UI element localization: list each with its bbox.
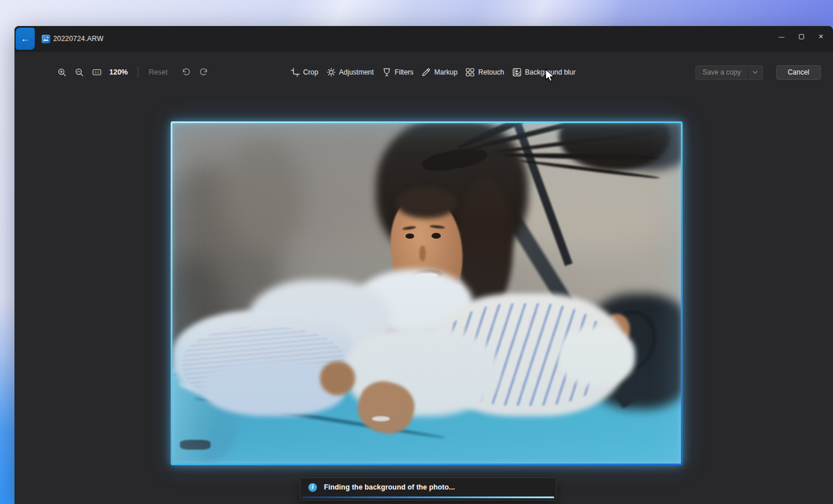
adjustment-icon	[326, 68, 336, 77]
photos-app-icon	[42, 35, 50, 43]
tool-label: Background blur	[525, 68, 576, 76]
close-button[interactable]: ✕	[811, 26, 831, 47]
tool-adjustment[interactable]: Adjustment	[323, 64, 377, 81]
back-arrow-icon: ←	[21, 34, 30, 43]
tool-filters[interactable]: Filters	[378, 64, 417, 81]
progress-bar	[302, 496, 554, 498]
save-a-copy-button[interactable]: Save a copy	[695, 65, 748, 80]
edit-tools: Crop Adjustment Filters Markup Retouch B…	[287, 60, 579, 85]
undo-icon	[182, 68, 191, 77]
save-options-dropdown[interactable]	[748, 65, 763, 80]
retouch-icon	[466, 68, 475, 77]
photos-editor-window: ← 20220724.ARW — ✕ 1:1 120%	[14, 26, 833, 504]
fingernails	[372, 416, 390, 421]
zoom-out-icon	[75, 68, 84, 77]
editor-toolbar: 1:1 120% Reset Crop Adjustment	[14, 60, 833, 85]
fit-to-window-button[interactable]: 1:1	[89, 64, 105, 81]
tool-background-blur[interactable]: Background blur	[509, 64, 579, 81]
tool-label: Crop	[303, 68, 318, 76]
tool-label: Adjustment	[339, 68, 374, 76]
car-badge	[180, 440, 211, 450]
toast-notification: i Finding the background of the photo...	[300, 477, 556, 501]
photo-glow-border	[171, 121, 683, 465]
background-shape	[223, 137, 305, 253]
cancel-button[interactable]: Cancel	[776, 65, 821, 80]
save-a-copy-split-button: Save a copy	[695, 65, 763, 80]
minimize-button[interactable]: —	[772, 26, 791, 47]
zoom-level: 120%	[107, 68, 130, 76]
svg-text:1:1: 1:1	[94, 71, 99, 74]
hairline-shadow	[396, 188, 457, 218]
tool-markup[interactable]: Markup	[418, 64, 461, 81]
undo-button[interactable]	[178, 64, 194, 81]
redo-icon	[199, 68, 208, 77]
fit-to-window-icon: 1:1	[92, 68, 102, 77]
reset-button[interactable]: Reset	[145, 68, 172, 76]
titlebar: ← 20220724.ARW — ✕	[14, 26, 833, 52]
tool-crop[interactable]: Crop	[287, 64, 322, 81]
tool-label: Filters	[395, 68, 414, 76]
maximize-button[interactable]	[791, 26, 811, 47]
background-blur-icon	[513, 68, 522, 77]
zoom-in-icon	[57, 68, 67, 77]
markup-icon	[422, 68, 431, 77]
eye	[432, 233, 441, 238]
tool-label: Retouch	[478, 68, 504, 76]
crop-icon	[290, 68, 300, 77]
action-buttons: Save a copy Cancel	[695, 60, 821, 85]
desktop: { "window": { "filename": "20220724.ARW"…	[0, 0, 833, 504]
file-title: 20220724.ARW	[53, 26, 104, 52]
redo-button[interactable]	[196, 64, 212, 81]
chevron-down-icon	[753, 71, 758, 74]
toolbar-divider	[138, 66, 138, 78]
photo-canvas[interactable]	[172, 123, 681, 464]
filters-icon	[382, 68, 391, 77]
zoom-in-button[interactable]	[54, 64, 70, 81]
zoom-controls: 1:1 120% Reset	[54, 60, 212, 85]
back-button[interactable]: ←	[16, 28, 35, 50]
nose-shadow	[419, 246, 426, 261]
info-icon: i	[308, 483, 317, 492]
close-icon: ✕	[818, 33, 823, 40]
sweater-cuff	[559, 327, 635, 385]
zoom-out-button[interactable]	[71, 64, 87, 81]
window-controls: — ✕	[772, 26, 831, 47]
toast-message: Finding the background of the photo...	[324, 483, 455, 491]
maximize-icon	[799, 34, 804, 39]
minimize-icon: —	[779, 34, 784, 40]
tool-retouch[interactable]: Retouch	[462, 64, 508, 81]
eye	[406, 234, 414, 239]
tool-label: Markup	[434, 68, 458, 76]
